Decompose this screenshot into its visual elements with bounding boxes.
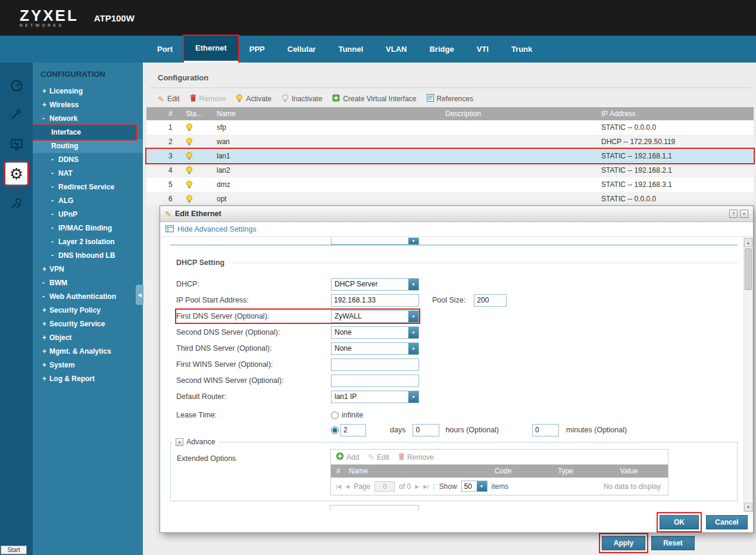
sidebar-item-object[interactable]: +Object <box>33 331 143 345</box>
default-router-select[interactable]: lan1 IP▼ <box>331 391 419 403</box>
tab-bridge[interactable]: Bridge <box>418 36 465 63</box>
ip-pool-row: IP Pool Start Address: Pool Size: <box>176 294 507 307</box>
tab-tunnel[interactable]: Tunnel <box>327 36 374 63</box>
start-button[interactable]: Start <box>1 545 27 554</box>
sidebar-item-log-report[interactable]: +Log & Report <box>33 372 143 386</box>
table-row-opt[interactable]: 6 opt STATIC -- 0.0.0.0 <box>146 192 754 206</box>
close-button[interactable]: × <box>740 210 748 218</box>
scroll-thumb[interactable] <box>745 248 752 290</box>
sidebar-item-ddns[interactable]: -DDNS <box>33 153 143 167</box>
activate-button[interactable]: Activate <box>236 94 271 104</box>
first-dns-select[interactable]: ZyWALL▼ <box>331 310 419 323</box>
last-page-icon[interactable]: ▶| <box>423 484 429 489</box>
sidebar-item-network[interactable]: -Network <box>33 112 143 126</box>
scroll-down-icon[interactable]: ▼ <box>744 503 752 512</box>
clipped-dropdown: ▼ <box>331 238 419 245</box>
sidebar-item-wireless[interactable]: +Wireless <box>33 98 143 112</box>
dialog-scrollbar[interactable]: ▲ ▼ <box>743 238 753 512</box>
page-number-input[interactable] <box>374 481 395 492</box>
second-wins-input[interactable] <box>331 375 419 387</box>
show-items-select[interactable]: 50▼ <box>461 481 488 492</box>
tab-ppp[interactable]: PPP <box>238 36 276 63</box>
advanced-settings-icon <box>165 225 174 234</box>
tab-cellular[interactable]: Cellular <box>276 36 327 63</box>
sidebar-item-licensing[interactable]: +Licensing <box>33 85 143 98</box>
dialog-titlebar[interactable]: ✎ Edit Ethernet ? × <box>160 206 753 222</box>
advance-legend: Advance <box>186 438 215 446</box>
sidebar-item-redirect-service[interactable]: -Redirect Service <box>33 180 143 194</box>
tab-vti[interactable]: VTI <box>466 36 500 63</box>
advanced-settings-toggle[interactable]: Hide Advanced Settings <box>160 222 753 237</box>
sidebar-item-interface[interactable]: Interface <box>33 126 136 139</box>
second-dns-select[interactable]: None▼ <box>331 326 419 339</box>
add-button[interactable]: Add <box>336 452 359 462</box>
sidebar-item-alg[interactable]: -ALG <box>33 194 143 208</box>
first-wins-input[interactable] <box>331 358 419 371</box>
lease-infinite-radio[interactable] <box>331 411 339 419</box>
lease-days-input[interactable] <box>340 424 366 436</box>
sidebar-item-mgmt-analytics[interactable]: +Mgmt. & Analytics <box>33 345 143 358</box>
lease-custom-radio[interactable] <box>331 426 339 434</box>
tab-port[interactable]: Port <box>146 36 184 63</box>
sidebar-item-security-service[interactable]: +Security Service <box>33 317 143 331</box>
dhcp-mode-select[interactable]: DHCP Server▼ <box>331 278 419 291</box>
first-dns-row: First DNS Server (Optional): ZyWALL▼ <box>176 310 419 323</box>
third-dns-select[interactable]: None▼ <box>331 342 419 355</box>
apply-button[interactable]: Apply <box>602 536 645 550</box>
reset-button[interactable]: Reset <box>651 536 695 550</box>
pool-size-input[interactable] <box>474 294 507 307</box>
sidebar-item-ip-mac-binding[interactable]: -IP/MAC Binding <box>33 222 143 235</box>
trash-icon <box>190 94 196 104</box>
prev-page-icon[interactable]: ◀ <box>345 484 349 489</box>
sidebar-item-upnp[interactable]: -UPnP <box>33 208 143 222</box>
create-virtual-interface-button[interactable]: Create Virtual Interface <box>332 94 416 104</box>
tab-ethernet[interactable]: Ethernet <box>184 36 238 63</box>
sidebar-item-nat[interactable]: -NAT <box>33 167 143 180</box>
sidebar-collapse-icon[interactable]: ◀ <box>136 285 143 305</box>
quick-setup-icon[interactable] <box>5 103 27 125</box>
collapse-advance-icon[interactable]: ▲ <box>176 438 183 446</box>
tab-trunk[interactable]: Trunk <box>500 36 543 63</box>
lease-custom-row: days hours (Optional) minutes (Optional) <box>176 423 627 436</box>
sidebar-item-web-authentication[interactable]: -Web Authentication <box>33 290 143 304</box>
maintenance-icon[interactable] <box>5 192 27 214</box>
sidebar-item-system[interactable]: +System <box>33 358 143 372</box>
help-button[interactable]: ? <box>729 210 738 218</box>
sidebar-item-security-policy[interactable]: +Security Policy <box>33 304 143 317</box>
clipped-control <box>330 505 419 510</box>
remove-button[interactable]: Remove <box>190 94 226 104</box>
edit-button[interactable]: ✎Edit <box>158 95 180 103</box>
cancel-button[interactable]: Cancel <box>706 515 748 529</box>
next-page-icon[interactable]: ▶ <box>415 484 419 489</box>
tab-vlan[interactable]: VLAN <box>374 36 418 63</box>
table-row-dmz[interactable]: 5 dmz STATIC -- 192.168.3.1 <box>146 177 754 192</box>
sidebar-item-dns-inbound-lb[interactable]: -DNS Inbound LB <box>33 249 143 263</box>
sidebar-item-routing[interactable]: Routing <box>33 139 143 153</box>
monitor-icon[interactable] <box>5 133 27 155</box>
remove-option-button[interactable]: Remove <box>398 453 434 462</box>
references-button[interactable]: References <box>427 94 473 104</box>
first-page-icon[interactable]: |◀ <box>336 484 341 489</box>
dashboard-icon[interactable] <box>5 74 27 96</box>
heading-divider <box>149 88 752 88</box>
ip-pool-start-input[interactable] <box>331 294 419 307</box>
status-active-icon <box>176 195 210 203</box>
sidebar-item-vpn[interactable]: +VPN <box>33 263 143 276</box>
table-row-wan[interactable]: 2 wan DHCP -- 172.29.50.119 <box>146 135 754 149</box>
sidebar-item-bwm[interactable]: -BWM <box>33 276 143 290</box>
edit-option-button[interactable]: ✎Edit <box>368 453 389 462</box>
extended-options-label: Extended Options <box>177 454 236 463</box>
configuration-gear-icon[interactable]: ⚙ <box>5 163 27 185</box>
lease-minutes-input[interactable] <box>532 424 559 436</box>
lease-hours-input[interactable] <box>413 424 439 436</box>
table-row-lan2[interactable]: 4 lan2 STATIC -- 192.168.2.1 <box>146 163 754 177</box>
sidebar-item-layer2-isolation[interactable]: -Layer 2 Isolation <box>33 235 143 249</box>
ok-button[interactable]: OK <box>660 515 699 529</box>
chevron-down-icon: ▼ <box>408 391 418 403</box>
table-row-lan1[interactable]: 3 lan1 STATIC -- 192.168.1.1 <box>146 149 754 163</box>
inactivate-button[interactable]: Inactivate <box>282 94 322 104</box>
third-dns-row: Third DNS Server (Optional): None▼ <box>176 342 419 355</box>
dhcp-setting-section: DHCP Setting <box>176 258 738 267</box>
table-row-sfp[interactable]: 1 sfp STATIC -- 0.0.0.0 <box>146 120 754 135</box>
scroll-up-icon[interactable]: ▲ <box>744 238 752 247</box>
